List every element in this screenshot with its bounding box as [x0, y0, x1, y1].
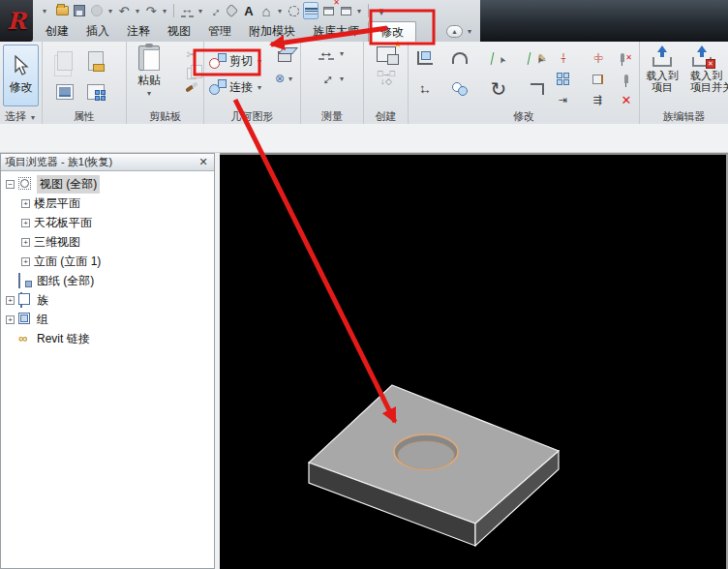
- open-button[interactable]: [54, 2, 70, 19]
- tree-item-3d-views[interactable]: + 三维视图: [16, 232, 214, 252]
- copy-icon[interactable]: [452, 82, 468, 96]
- tab-insert[interactable]: 插入: [77, 21, 118, 42]
- create-group-icon[interactable]: ★: [377, 46, 396, 62]
- family-category-button[interactable]: [85, 50, 106, 72]
- switch-windows-button[interactable]: [338, 2, 353, 19]
- trim-extend-corner-icon[interactable]: [531, 83, 544, 95]
- expand-toggle-icon[interactable]: +: [21, 257, 30, 266]
- close-icon[interactable]: ✕: [197, 156, 210, 168]
- tree-item-sheets[interactable]: 图纸 (全部): [1, 271, 214, 290]
- family-types-button[interactable]: [85, 81, 106, 103]
- save-button[interactable]: [72, 2, 87, 19]
- dimension-caret-icon[interactable]: ▾: [338, 75, 346, 83]
- split-element-icon[interactable]: [491, 50, 506, 66]
- redo-button[interactable]: ↷: [143, 2, 159, 19]
- expand-toggle-icon[interactable]: +: [6, 315, 15, 324]
- unjoin-caret-icon[interactable]: ▾: [287, 75, 294, 83]
- cut-geometry-button[interactable]: 剪切: [229, 53, 253, 70]
- join-geometry-button[interactable]: 连接: [229, 79, 253, 96]
- join-caret-icon[interactable]: ▾: [256, 83, 263, 92]
- app-menu-caret-icon[interactable]: ▾: [37, 2, 52, 19]
- project-browser-titlebar[interactable]: 项目浏览器 - 族1(恢复) ✕: [1, 154, 214, 171]
- load-into-project-and-close-button[interactable]: ✕ 载入到 项目并关闭: [684, 45, 728, 109]
- center-mark-icon[interactable]: -¦-: [561, 52, 563, 63]
- modify-tool-button[interactable]: 修改: [3, 45, 39, 106]
- properties-button[interactable]: [54, 50, 76, 72]
- switch-windows-caret-icon[interactable]: ▾: [355, 7, 363, 15]
- tree-item-groups[interactable]: + 组: [1, 310, 214, 329]
- delete-icon[interactable]: ✕: [622, 93, 632, 107]
- rotate-icon[interactable]: ↻: [491, 79, 507, 99]
- undo-button[interactable]: ↶: [116, 2, 132, 19]
- customize-qat-button[interactable]: –▾: [374, 2, 389, 19]
- tree-item-families[interactable]: + 族: [1, 290, 214, 310]
- tab-addins[interactable]: 附加模块: [240, 21, 304, 42]
- measure-caret-icon[interactable]: ▾: [197, 7, 204, 15]
- application-menu-button[interactable]: R: [0, 0, 33, 42]
- ribbon-display-toggle[interactable]: ▲ ▾: [446, 24, 473, 38]
- split-face-icon[interactable]: [278, 51, 291, 62]
- expand-toggle-icon[interactable]: +: [21, 238, 30, 247]
- thin-lines-button[interactable]: [303, 2, 318, 19]
- unpin-icon[interactable]: [621, 53, 624, 62]
- center-mark-alt-icon[interactable]: ○¦○: [593, 52, 602, 63]
- expand-toggle-icon[interactable]: +: [6, 296, 15, 305]
- tab-manage[interactable]: 管理: [199, 21, 240, 42]
- measure-between-refs-icon[interactable]: ↔: [318, 47, 334, 60]
- tag-button[interactable]: [224, 2, 239, 19]
- measure-button[interactable]: ↔: [179, 2, 195, 19]
- copy-to-clipboard-icon[interactable]: [187, 68, 197, 79]
- expand-toggle-icon[interactable]: +: [21, 199, 30, 208]
- text-button[interactable]: A: [241, 2, 257, 19]
- unpin-x-icon: ✕: [625, 53, 632, 62]
- pin-icon[interactable]: [624, 75, 628, 83]
- create-similar-icon[interactable]: □→□↓ ◇: [378, 70, 394, 85]
- align-icon[interactable]: [417, 51, 433, 65]
- section-button[interactable]: [286, 2, 301, 19]
- tree-item-ceiling-plans[interactable]: + 天花板平面: [16, 213, 214, 232]
- expand-toggle-icon[interactable]: +: [21, 219, 30, 227]
- trim-extend-multiple-icon[interactable]: ⇶: [592, 94, 601, 106]
- trim-extend-single-icon[interactable]: ⇥: [558, 94, 566, 106]
- array-icon[interactable]: [557, 73, 569, 85]
- type-properties-button[interactable]: [54, 81, 76, 103]
- split-with-gap-icon[interactable]: [528, 50, 543, 66]
- family-types-icon: [87, 84, 105, 100]
- undo-caret-icon[interactable]: ▾: [134, 7, 141, 15]
- unjoin-geometry-icon[interactable]: ⊗: [275, 72, 285, 85]
- family-category-icon: [88, 51, 104, 71]
- aligned-dimension-button[interactable]: ↔: [206, 2, 222, 19]
- drawing-area-3d-view[interactable]: [220, 153, 728, 569]
- tree-item-revit-links[interactable]: ∞ Revit 链接: [1, 329, 214, 348]
- view-caret-icon[interactable]: ▾: [276, 7, 284, 15]
- match-type-icon[interactable]: [185, 81, 198, 92]
- mirror-icon[interactable]: [592, 75, 603, 84]
- sync-caret-icon[interactable]: ▾: [106, 7, 114, 15]
- ribbon: 修改 选择 ▼ 属性 粘贴 ▾ ✂ 剪贴板: [0, 42, 728, 124]
- measure-panel-caret-icon[interactable]: ▾: [338, 49, 346, 58]
- tab-view[interactable]: 视图: [159, 21, 199, 42]
- tree-item-elevations[interactable]: + 立面 (立面 1): [16, 252, 214, 271]
- cut-caret-icon[interactable]: ▾: [256, 57, 263, 66]
- ribbon-toggle-caret-icon[interactable]: ▾: [466, 27, 473, 36]
- ribbon-minimize-icon[interactable]: ▲: [446, 25, 463, 38]
- tree-item-views[interactable]: − 视图 (全部): [1, 174, 214, 194]
- collapse-toggle-icon[interactable]: −: [6, 180, 15, 189]
- dimension-diagonal-icon[interactable]: ↔: [315, 67, 338, 90]
- load-into-project-button[interactable]: 载入到 项目: [641, 45, 683, 109]
- panel-label-select[interactable]: 选择 ▼: [0, 110, 42, 124]
- move-icon[interactable]: ↔↔: [417, 81, 433, 97]
- sync-button[interactable]: [89, 2, 105, 19]
- tab-create[interactable]: 创建: [37, 21, 77, 42]
- project-browser: 项目浏览器 - 族1(恢复) ✕ − 视图 (全部) + 楼层平面 + 天花板平…: [0, 153, 215, 569]
- redo-caret-icon[interactable]: ▾: [161, 7, 168, 15]
- tree-item-floor-plans[interactable]: + 楼层平面: [16, 194, 214, 213]
- default-3d-view-button[interactable]: ⌂: [258, 2, 274, 19]
- cut-to-clipboard-icon[interactable]: ✂: [187, 47, 197, 62]
- tab-annotate[interactable]: 注释: [118, 21, 159, 42]
- tab-family-library[interactable]: 族库大师: [304, 21, 368, 42]
- offset-icon[interactable]: [452, 52, 468, 64]
- close-hidden-windows-button[interactable]: ✕: [320, 2, 336, 19]
- tab-modify[interactable]: 修改: [368, 21, 416, 42]
- paste-button[interactable]: 粘贴 ▾: [133, 45, 166, 107]
